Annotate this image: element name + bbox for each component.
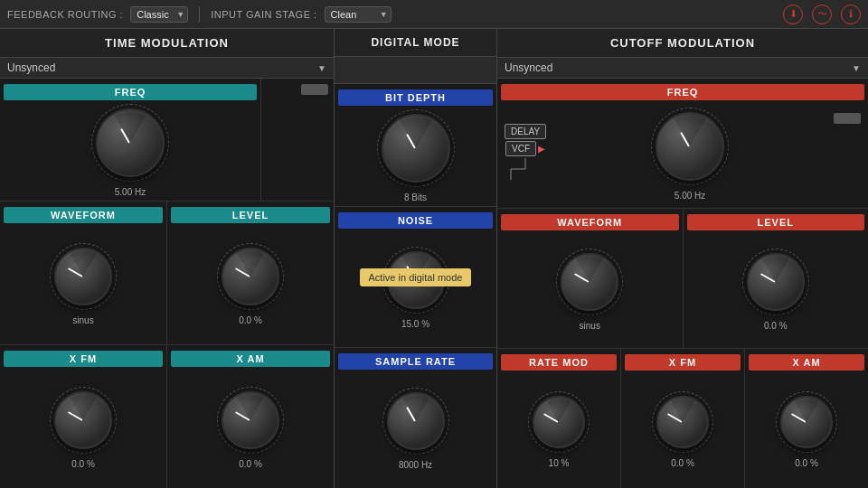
time-mod-waveform-knob-ring[interactable] — [50, 243, 117, 310]
digital-bit-depth-knob[interactable] — [382, 114, 450, 183]
cutoff-xfm-value: 0.0 % — [671, 458, 694, 468]
cutoff-modulation-title: CUTOFF MODULATION — [497, 29, 868, 58]
time-mod-xfm-knob-container: 0.0 % — [50, 371, 117, 484]
digital-mode-rows: BIT DEPTH 8 Bits NOISE — [335, 84, 496, 488]
time-modulation-title: TIME MODULATION — [0, 29, 334, 58]
cutoff-rate-xfm-xam-row: RATE MOD 10 % X FM — [497, 349, 868, 488]
digital-bit-depth-knob-container: 8 Bits — [377, 109, 455, 202]
cutoff-rate-mod-section: RATE MOD 10 % — [497, 349, 621, 488]
cutoff-xam-value: 0.0 % — [795, 458, 818, 468]
time-modulation-panel: TIME MODULATION Unsynced ▼ FREQ 5.00 Hz — [0, 29, 335, 488]
digital-bit-depth-knob-ring[interactable] — [377, 109, 455, 187]
feedback-routing-label: FEEDBACK ROUTING : — [7, 9, 123, 20]
time-mod-xam-value: 0.0 % — [239, 459, 262, 469]
cutoff-freq-value: 5.00 Hz — [675, 191, 705, 201]
info-icon[interactable]: ℹ — [841, 5, 861, 24]
time-mod-waveform-knob[interactable] — [54, 248, 112, 305]
digital-mode-title: DIGITAL MODE — [335, 29, 496, 57]
time-mod-freq-header: FREQ — [4, 84, 257, 100]
cutoff-rate-mod-knob-ring[interactable] — [528, 391, 590, 453]
cutoff-xfm-knob-container: 0.0 % — [652, 374, 713, 484]
digital-noise-row: NOISE 15.0 % Active in digital mode — [335, 207, 496, 348]
cutoff-xam-knob-container: 0.0 % — [776, 374, 837, 484]
time-mod-waveform-header: WAVEFORM — [4, 207, 163, 223]
cutoff-xfm-section: X FM 0.0 % — [621, 349, 745, 488]
top-bar-icons: ⬇ 〜 ℹ — [783, 5, 861, 24]
cutoff-modulation-rows: FREQ DELAY VCF ▶ — [497, 79, 868, 488]
cutoff-freq-section: FREQ DELAY VCF ▶ — [497, 79, 868, 208]
time-mod-xam-knob[interactable] — [222, 391, 279, 449]
time-mod-freq-knob-ring[interactable] — [91, 104, 169, 182]
cutoff-xam-section: X AM 0.0 % — [745, 349, 868, 488]
time-modulation-dropdown-arrow: ▼ — [317, 63, 326, 73]
cutoff-waveform-section: WAVEFORM sinus — [497, 209, 684, 348]
delay-box: DELAY — [505, 124, 546, 139]
cutoff-level-knob-ring[interactable] — [742, 249, 809, 315]
time-mod-level-indicator — [235, 267, 250, 277]
time-mod-xfm-xam-row: X FM 0.0 % X AM — [0, 345, 334, 488]
digital-sample-rate-knob-container: 8000 Hz — [382, 373, 449, 484]
cutoff-xam-knob[interactable] — [780, 396, 833, 448]
time-mod-level-knob[interactable] — [222, 248, 279, 305]
cutoff-waveform-knob[interactable] — [561, 253, 618, 311]
time-mod-xfm-knob-ring[interactable] — [50, 387, 117, 454]
digital-sample-rate-knob[interactable] — [387, 392, 445, 450]
wave-icon[interactable]: 〜 — [812, 5, 832, 24]
time-mod-xfm-knob[interactable] — [54, 391, 112, 449]
digital-noise-header: NOISE — [338, 212, 493, 229]
digital-sample-rate-knob-ring[interactable] — [382, 388, 449, 455]
time-mod-xfm-header: X FM — [4, 351, 163, 367]
time-mod-level-knob-container: 0.0 % — [217, 227, 284, 341]
cutoff-freq-knob[interactable] — [656, 112, 724, 181]
time-mod-xam-header: X AM — [171, 351, 330, 367]
time-mod-waveform-value: sinus — [72, 315, 93, 325]
digital-sample-rate-value: 8000 Hz — [399, 460, 432, 470]
time-mod-level-value: 0.0 % — [239, 315, 262, 325]
cutoff-freq-row: FREQ DELAY VCF ▶ — [497, 79, 868, 209]
cutoff-freq-knob-ring[interactable] — [651, 108, 729, 185]
cutoff-freq-knob-container: 5.00 Hz — [546, 108, 834, 201]
time-mod-freq-pad — [261, 79, 334, 201]
delay-vcf-arrows — [507, 158, 543, 185]
main-content: TIME MODULATION Unsynced ▼ FREQ 5.00 Hz — [0, 29, 868, 488]
top-bar: FEEDBACK ROUTING : Classic Modern Legacy… — [0, 0, 868, 29]
time-mod-waveform-indicator — [68, 267, 83, 277]
time-modulation-dropdown[interactable]: Unsynced ▼ — [0, 58, 334, 79]
cutoff-rate-mod-value: 10 % — [549, 458, 570, 468]
cutoff-level-section: LEVEL 0.0 % — [684, 209, 869, 348]
vcf-arrow: ▶ — [538, 144, 545, 154]
cutoff-modulation-dropdown[interactable]: Unsynced ▼ — [497, 58, 868, 79]
gain-stage-select[interactable]: Clean Warm Driven Saturated — [325, 6, 392, 23]
cutoff-waveform-knob-ring[interactable] — [556, 249, 623, 315]
time-mod-waveform-knob-container: sinus — [50, 227, 117, 341]
time-mod-freq-section: FREQ 5.00 Hz — [0, 79, 261, 201]
digital-bit-depth-row: BIT DEPTH 8 Bits — [335, 84, 496, 207]
cutoff-waveform-value: sinus — [580, 321, 600, 331]
time-mod-freq-knob[interactable] — [96, 108, 165, 177]
cutoff-xam-header: X AM — [749, 354, 864, 371]
time-mod-level-knob-ring[interactable] — [217, 243, 284, 310]
cutoff-rate-mod-knob[interactable] — [533, 396, 585, 448]
cutoff-xam-knob-ring[interactable] — [776, 391, 837, 453]
time-mod-level-header: LEVEL — [171, 207, 330, 223]
time-mod-wave-level-row: WAVEFORM sinus LEVEL — [0, 202, 334, 345]
digital-noise-section: NOISE 15.0 % Active in digital mode — [335, 207, 496, 347]
cutoff-xam-indicator — [791, 413, 807, 423]
time-mod-xam-knob-container: 0.0 % — [217, 371, 284, 484]
cutoff-modulation-dropdown-text: Unsynced — [505, 61, 552, 74]
time-mod-xam-knob-ring[interactable] — [217, 387, 284, 454]
digital-noise-knob-ring[interactable] — [382, 247, 449, 314]
cutoff-waveform-indicator — [574, 273, 590, 283]
time-mod-freq-knob-container: 5.00 Hz — [91, 104, 169, 197]
cutoff-level-knob[interactable] — [747, 253, 805, 311]
feedback-routing-select[interactable]: Classic Modern Legacy — [130, 6, 188, 23]
digital-sample-rate-header: SAMPLE RATE — [338, 353, 493, 370]
cutoff-xfm-knob[interactable] — [656, 396, 709, 448]
download-icon[interactable]: ⬇ — [783, 5, 803, 24]
cutoff-freq-header: FREQ — [501, 84, 864, 100]
digital-noise-knob[interactable] — [387, 251, 445, 309]
cutoff-xfm-knob-ring[interactable] — [652, 391, 713, 453]
cutoff-rate-mod-header: RATE MOD — [501, 354, 617, 371]
cutoff-wave-level-row: WAVEFORM sinus LEVEL — [497, 209, 868, 349]
cutoff-rate-mod-indicator — [543, 413, 559, 423]
